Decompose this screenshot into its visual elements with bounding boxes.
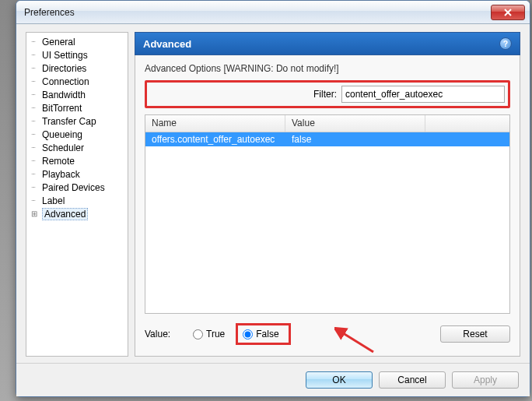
radio-false-input[interactable]	[243, 329, 253, 339]
category-tree[interactable]: ····General ····UI Settings ····Director…	[26, 32, 128, 357]
panel-title: Advanced	[143, 38, 191, 50]
value-row: Value: True False Reset	[145, 320, 510, 348]
cell-value: false	[285, 133, 509, 146]
table-body: offers.content_offer_autoexec false	[145, 132, 509, 313]
radio-true[interactable]: True	[190, 327, 228, 341]
help-icon[interactable]: ?	[499, 37, 512, 50]
sidebar-item-queueing[interactable]: ····Queueing	[28, 128, 126, 141]
sidebar-item-bittorrent[interactable]: ····BitTorrent	[28, 101, 126, 114]
panel-header: Advanced ?	[135, 32, 520, 55]
dialog-body: ····General ····UI Settings ····Director…	[16, 24, 530, 363]
dialog-footer: OK Cancel Apply	[16, 363, 530, 396]
column-name[interactable]: Name	[145, 115, 285, 132]
options-table[interactable]: Name Value offers.content_offer_autoexec…	[145, 114, 510, 314]
preferences-window: Preferences ····General ····UI Settings …	[16, 0, 530, 397]
value-label: Value:	[145, 329, 182, 339]
filter-label: Filter:	[313, 89, 337, 100]
sidebar-item-connection[interactable]: ····Connection	[28, 75, 126, 88]
radio-true-label: True	[206, 329, 225, 339]
table-row[interactable]: offers.content_offer_autoexec false	[145, 132, 509, 146]
sidebar-item-transfer-cap[interactable]: ····Transfer Cap	[28, 114, 126, 128]
ok-button[interactable]: OK	[306, 371, 373, 389]
sidebar-item-bandwidth[interactable]: ····Bandwidth	[28, 88, 126, 101]
window-title: Preferences	[21, 7, 491, 18]
cancel-button[interactable]: Cancel	[379, 371, 446, 389]
sidebar-item-label[interactable]: ····Label	[28, 194, 126, 207]
close-button[interactable]	[491, 5, 525, 20]
sidebar-item-advanced[interactable]: ⊞Advanced	[28, 207, 126, 220]
radio-false[interactable]: False	[236, 323, 290, 345]
plus-icon[interactable]: ⊞	[31, 209, 42, 218]
sidebar-item-scheduler[interactable]: ····Scheduler	[28, 141, 126, 154]
apply-button[interactable]: Apply	[452, 371, 519, 389]
filter-row: Filter:	[145, 80, 510, 108]
sidebar-item-paired-devices[interactable]: ····Paired Devices	[28, 181, 126, 194]
close-icon	[504, 9, 512, 16]
warning-text: Advanced Options [WARNING: Do not modify…	[145, 63, 510, 74]
titlebar[interactable]: Preferences	[16, 1, 530, 24]
radio-true-input[interactable]	[193, 329, 203, 339]
advanced-panel: Advanced ? Advanced Options [WARNING: Do…	[135, 32, 520, 357]
sidebar-item-ui-settings[interactable]: ····UI Settings	[28, 48, 126, 62]
filter-input[interactable]	[341, 86, 505, 103]
radio-false-label: False	[256, 329, 278, 339]
sidebar-item-playback[interactable]: ····Playback	[28, 167, 126, 181]
sidebar-item-general[interactable]: ····General	[28, 35, 126, 48]
reset-button[interactable]: Reset	[440, 325, 510, 343]
column-value[interactable]: Value	[285, 115, 425, 132]
sidebar-item-directories[interactable]: ····Directories	[28, 62, 126, 75]
column-spacer	[425, 115, 509, 132]
sidebar-item-remote[interactable]: ····Remote	[28, 154, 126, 167]
cell-name: offers.content_offer_autoexec	[145, 133, 285, 146]
table-header: Name Value	[145, 115, 509, 132]
panel-body: Advanced Options [WARNING: Do not modify…	[135, 55, 520, 357]
